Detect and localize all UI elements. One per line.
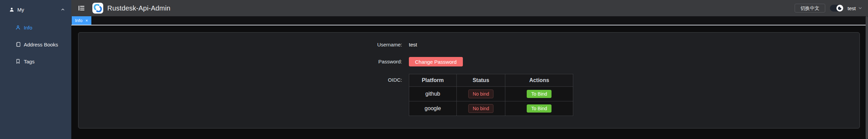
sidebar-item-label: Tags — [24, 59, 35, 64]
username-label: Username: — [365, 40, 402, 49]
tab-bar: Info × — [71, 16, 868, 25]
top-header: Rustdesk-Api-Admin 切换中文 test — [71, 0, 868, 16]
rustdesk-logo-icon — [92, 3, 103, 14]
oidc-table-header-row: Platform Status Actions — [409, 74, 573, 87]
sidebar-group-my[interactable]: My — [0, 0, 71, 19]
status-badge: No bind — [468, 104, 493, 113]
current-username: test — [848, 5, 856, 11]
info-card: Username: test Password: Change Password… — [78, 32, 860, 128]
moon-icon — [837, 6, 842, 11]
vertical-scrollbar[interactable] — [866, 16, 868, 139]
platform-cell: google — [409, 101, 457, 116]
column-header-actions: Actions — [505, 74, 573, 87]
oidc-row: OIDC: Platform Status Actions github — [365, 74, 573, 116]
chevron-up-icon — [60, 7, 65, 12]
sidebar-toggle-icon[interactable] — [78, 5, 85, 12]
user-filled-icon — [9, 7, 14, 12]
sidebar: My Info Address Books Tags — [0, 0, 71, 139]
main-content: Username: test Password: Change Password… — [71, 26, 868, 139]
change-password-button[interactable]: Change Password — [409, 57, 463, 66]
sidebar-item-info[interactable]: Info — [0, 19, 71, 36]
bookmark-icon — [15, 59, 21, 64]
user-outline-icon — [15, 25, 21, 30]
address-book-icon — [15, 42, 21, 47]
status-cell: No bind — [456, 87, 505, 101]
oidc-table: Platform Status Actions github No bind — [409, 74, 573, 116]
toggle-thumb — [836, 5, 843, 12]
rustdesk-admin-app: My Info Address Books Tags — [0, 0, 868, 139]
tab-info[interactable]: Info × — [72, 16, 91, 25]
actions-cell: To Bind — [505, 101, 573, 116]
sidebar-item-label: Info — [24, 25, 32, 31]
actions-cell: To Bind — [505, 87, 573, 101]
status-badge: No bind — [468, 90, 493, 98]
platform-cell: github — [409, 87, 457, 101]
oidc-row-github: github No bind To Bind — [409, 87, 573, 101]
to-bind-button[interactable]: To Bind — [527, 104, 551, 113]
column-header-platform: Platform — [409, 74, 457, 87]
user-menu[interactable]: test — [848, 5, 863, 11]
chevron-down-icon — [858, 6, 863, 11]
password-row: Password: Change Password — [365, 57, 573, 66]
sidebar-item-address-books[interactable]: Address Books — [0, 36, 71, 53]
password-label: Password: — [365, 57, 402, 66]
language-switch-button[interactable]: 切换中文 — [795, 4, 825, 13]
dark-mode-toggle[interactable] — [830, 5, 843, 12]
column-header-status: Status — [456, 74, 505, 87]
status-cell: No bind — [456, 101, 505, 116]
tab-close-icon[interactable]: × — [86, 19, 88, 23]
oidc-row-google: google No bind To Bind — [409, 101, 573, 116]
oidc-label: OIDC: — [365, 74, 402, 86]
app-title: Rustdesk-Api-Admin — [107, 4, 170, 12]
to-bind-button[interactable]: To Bind — [527, 90, 551, 98]
user-info-form: Username: test Password: Change Password… — [365, 40, 573, 116]
username-row: Username: test — [365, 40, 573, 49]
sidebar-item-tags[interactable]: Tags — [0, 53, 71, 70]
sidebar-item-label: Address Books — [24, 42, 58, 47]
tab-label: Info — [75, 18, 83, 23]
sidebar-group-label: My — [17, 7, 24, 13]
header-controls: 切换中文 test — [795, 0, 863, 16]
username-value: test — [409, 40, 417, 49]
